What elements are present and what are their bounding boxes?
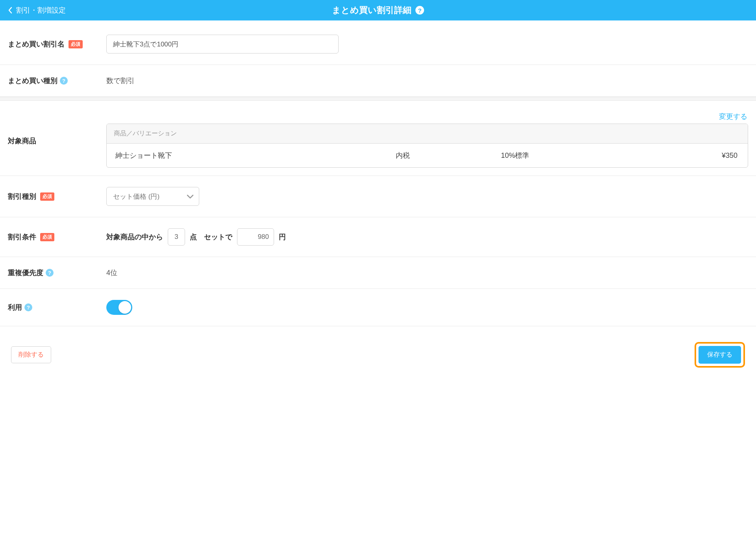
help-icon[interactable]: ? — [24, 303, 32, 311]
discount-kind-select[interactable]: セット価格 (円) — [106, 187, 199, 206]
label-priority: 重複優先度 — [8, 268, 43, 277]
label-condition: 割引条件 — [8, 232, 36, 242]
footer: 削除する 保存する — [0, 326, 756, 378]
condition-text-before: 対象商品の中から — [106, 232, 163, 242]
cell-product-name: 紳士ショート靴下 — [115, 151, 396, 160]
condition-text-set: セットで — [204, 232, 232, 242]
chevron-left-icon — [8, 7, 12, 14]
row-discount-type: まとめ買い種別 ? 数で割引 — [0, 65, 756, 97]
label-usage: 利用 — [8, 303, 22, 312]
row-discount-name: まとめ買い割引名 必須 — [0, 20, 756, 65]
row-usage: 利用 ? — [0, 289, 756, 326]
required-badge: 必須 — [40, 192, 54, 201]
row-discount-kind: 割引種別 必須 セット価格 (円) — [0, 176, 756, 217]
product-table: 商品／バリエーション 紳士ショート靴下 内税 10%標準 ¥350 — [106, 124, 748, 168]
row-target-products: 対象商品 変更する 商品／バリエーション 紳士ショート靴下 内税 10%標準 ¥… — [0, 101, 756, 176]
usage-toggle[interactable] — [106, 300, 132, 315]
app-header: 割引・割増設定 まとめ買い割引詳細 ? — [0, 0, 756, 20]
priority-value: 4位 — [106, 269, 117, 277]
label-bundle-type: まとめ買い種別 — [8, 76, 57, 85]
back-label: 割引・割増設定 — [16, 6, 66, 15]
help-icon[interactable]: ? — [60, 77, 68, 85]
label-target-products: 対象商品 — [8, 137, 36, 145]
cell-rate: 10%標準 — [501, 151, 650, 160]
table-header: 商品／バリエーション — [107, 124, 748, 144]
price-input[interactable] — [237, 228, 274, 246]
bundle-type-value: 数で割引 — [106, 77, 135, 85]
delete-button[interactable]: 削除する — [11, 346, 51, 363]
row-discount-condition: 割引条件 必須 対象商品の中から 点 セットで 円 — [0, 217, 756, 257]
page-title: まとめ買い割引詳細 ? — [332, 4, 424, 16]
save-button[interactable]: 保存する — [699, 346, 741, 364]
quantity-input[interactable] — [168, 228, 185, 246]
discount-name-input[interactable] — [106, 35, 339, 54]
required-badge: 必須 — [69, 40, 83, 48]
change-products-link[interactable]: 変更する — [719, 112, 747, 121]
cell-tax: 内税 — [396, 151, 501, 160]
label-discount-name: まとめ買い割引名 — [8, 39, 65, 49]
save-highlight: 保存する — [695, 342, 745, 368]
row-priority: 重複優先度 ? 4位 — [0, 257, 756, 289]
label-discount-kind: 割引種別 — [8, 192, 36, 201]
condition-price-unit: 円 — [279, 232, 286, 242]
toggle-knob — [119, 301, 131, 314]
help-icon[interactable]: ? — [415, 6, 424, 15]
required-badge: 必須 — [40, 233, 54, 241]
section-divider — [0, 97, 756, 101]
back-button[interactable]: 割引・割増設定 — [0, 6, 66, 15]
cell-price: ¥350 — [650, 152, 739, 160]
table-row: 紳士ショート靴下 内税 10%標準 ¥350 — [107, 144, 748, 167]
condition-qty-unit: 点 — [190, 232, 197, 242]
help-icon[interactable]: ? — [46, 269, 54, 277]
